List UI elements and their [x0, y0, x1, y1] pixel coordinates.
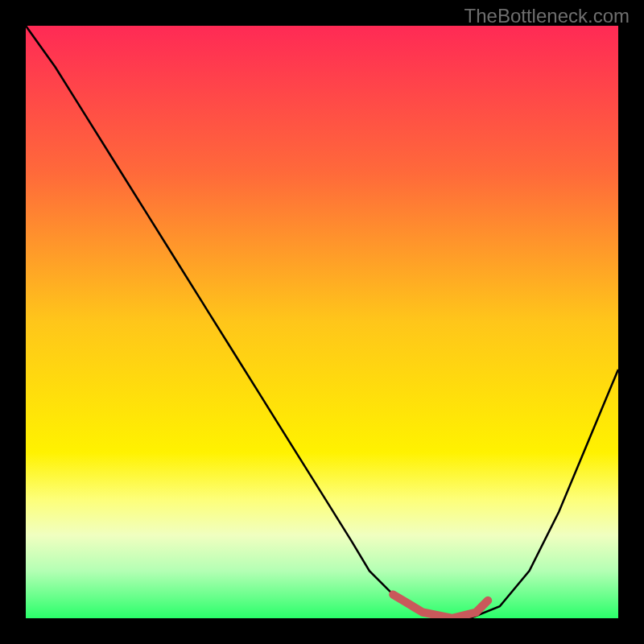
chart-svg — [26, 26, 618, 618]
chart-area — [26, 26, 618, 618]
watermark-text: TheBottleneck.com — [464, 5, 630, 27]
gradient-background — [26, 26, 618, 618]
